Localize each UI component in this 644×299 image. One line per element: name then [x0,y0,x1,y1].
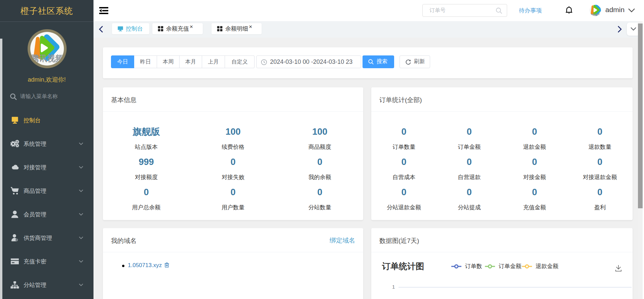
svg-text:腾讯视频: 腾讯视频 [590,13,601,16]
